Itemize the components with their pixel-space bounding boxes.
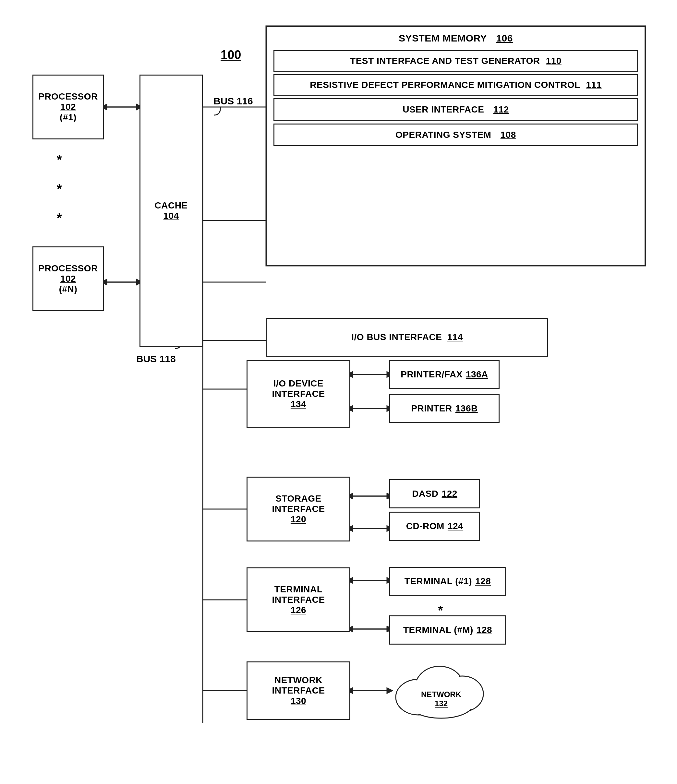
storage-interface-ref: 120 <box>291 514 306 524</box>
cache-ref: 104 <box>163 211 179 221</box>
cdrom-box: CD-ROM 124 <box>389 512 480 541</box>
terminalM-ref: 128 <box>477 625 492 635</box>
io-bus-interface-box: I/O BUS INTERFACE 114 <box>266 318 548 357</box>
io-device-interface-label: I/O DEVICE INTERFACE <box>250 378 347 399</box>
dasd-label: DASD <box>412 488 438 499</box>
star1: * <box>57 152 62 167</box>
network-interface-box: NETWORK INTERFACE 130 <box>246 661 350 720</box>
bus118-label: BUS 118 <box>136 353 176 364</box>
processorN-label: PROCESSOR <box>38 263 98 274</box>
bus116-label: BUS 116 <box>214 96 253 107</box>
star3: * <box>57 211 62 226</box>
terminal-interface-ref: 126 <box>291 605 306 615</box>
user-interface-label: USER INTERFACE <box>402 104 484 114</box>
printer-fax-box: PRINTER/FAX 136A <box>389 360 499 389</box>
terminal-interface-box: TERMINAL INTERFACE 126 <box>246 568 350 632</box>
system-memory-ref: 106 <box>496 33 513 44</box>
network-cloud: NETWORK 132 <box>389 655 493 726</box>
cache-box: CACHE 104 <box>139 75 203 347</box>
printer-label: PRINTER <box>411 403 452 414</box>
printer-ref: 136B <box>455 403 478 414</box>
star2: * <box>57 182 62 196</box>
printer-fax-ref: 136A <box>466 369 488 380</box>
io-device-interface-box: I/O DEVICE INTERFACE 134 <box>246 360 350 428</box>
processor1-box: PROCESSOR 102 (#1) <box>33 75 104 139</box>
diagram-title: 100 <box>221 48 241 62</box>
processor1-label: PROCESSOR <box>38 92 98 102</box>
io-device-interface-ref: 134 <box>291 399 306 409</box>
svg-text:NETWORK: NETWORK <box>421 690 462 699</box>
operating-system-ref: 108 <box>501 130 516 140</box>
user-interface-ref: 112 <box>493 104 509 114</box>
operating-system-label: OPERATING SYSTEM <box>395 130 491 140</box>
dasd-ref: 122 <box>442 488 457 499</box>
storage-interface-box: STORAGE INTERFACE 120 <box>246 477 350 541</box>
terminal1-label: TERMINAL (#1) <box>404 576 472 586</box>
processor1-ref1: 102 <box>60 102 76 112</box>
processor1-ref2: (#1) <box>60 112 76 123</box>
printer-box: PRINTER 136B <box>389 394 499 423</box>
io-bus-interface-ref: 114 <box>447 332 463 342</box>
terminal1-ref: 128 <box>475 576 491 586</box>
system-memory-outer-box: SYSTEM MEMORY 106 TEST INTERFACE AND TES… <box>266 26 646 266</box>
terminalM-box: TERMINAL (#M) 128 <box>389 615 506 645</box>
svg-text:132: 132 <box>435 699 448 708</box>
terminal-interface-label: TERMINAL INTERFACE <box>250 584 347 605</box>
terminal1-box: TERMINAL (#1) 128 <box>389 567 506 596</box>
printer-fax-label: PRINTER/FAX <box>401 369 463 380</box>
terminalM-label: TERMINAL (#M) <box>403 625 473 635</box>
storage-interface-label: STORAGE INTERFACE <box>250 493 347 514</box>
resistive-defect-ref: 111 <box>586 80 602 90</box>
processorN-box: PROCESSOR 102 (#N) <box>33 246 104 311</box>
cache-label: CACHE <box>154 201 187 211</box>
io-bus-interface-label: I/O BUS INTERFACE <box>351 332 442 342</box>
test-interface-ref: 110 <box>546 56 562 66</box>
cdrom-ref: 124 <box>448 521 463 531</box>
cdrom-label: CD-ROM <box>406 521 445 531</box>
resistive-defect-label: RESISTIVE DEFECT PERFORMANCE MITIGATION … <box>310 80 580 90</box>
processorN-ref2: (#N) <box>59 284 77 294</box>
test-interface-label: TEST INTERFACE AND TEST GENERATOR <box>350 56 540 66</box>
system-memory-label: SYSTEM MEMORY <box>399 33 487 44</box>
processorN-ref1: 102 <box>60 274 76 284</box>
network-interface-label: NETWORK INTERFACE <box>250 675 347 696</box>
network-interface-ref: 130 <box>291 696 306 706</box>
dasd-box: DASD 122 <box>389 479 480 509</box>
